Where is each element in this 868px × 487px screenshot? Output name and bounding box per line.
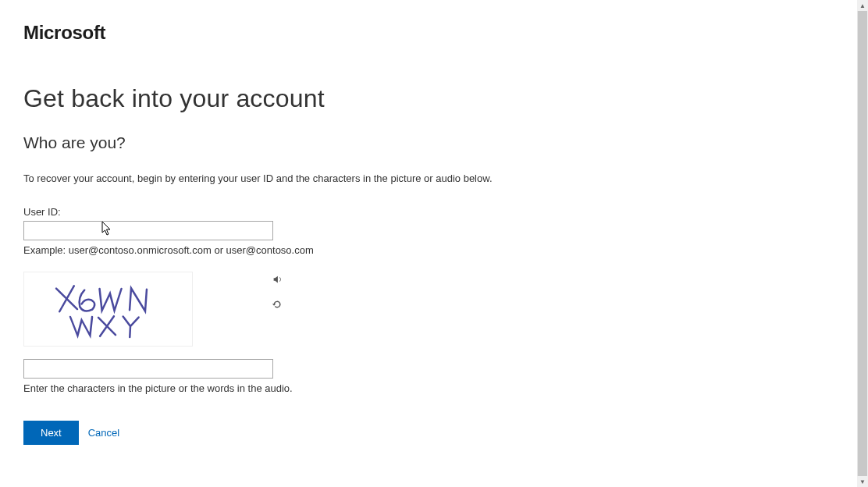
scrollbar[interactable]: ▲ ▼ bbox=[857, 0, 868, 487]
user-id-label: User ID: bbox=[23, 206, 834, 218]
next-button[interactable]: Next bbox=[23, 421, 79, 445]
scrollbar-thumb[interactable] bbox=[858, 11, 867, 476]
scroll-down-arrow[interactable]: ▼ bbox=[857, 476, 868, 487]
cancel-link[interactable]: Cancel bbox=[88, 427, 119, 439]
captcha-input[interactable] bbox=[23, 359, 273, 379]
scroll-up-arrow[interactable]: ▲ bbox=[857, 0, 868, 11]
page-title: Get back into your account bbox=[23, 84, 834, 113]
user-id-input[interactable] bbox=[23, 221, 273, 240]
brand-logo: Microsoft bbox=[23, 22, 834, 44]
refresh-icon[interactable] bbox=[271, 298, 283, 311]
instructions-text: To recover your account, begin by enteri… bbox=[23, 172, 834, 184]
captcha-hint: Enter the characters in the picture or t… bbox=[23, 382, 834, 394]
subtitle: Who are you? bbox=[23, 133, 834, 152]
speaker-icon[interactable] bbox=[271, 273, 283, 286]
user-id-hint: Example: user@contoso.onmicrosoft.com or… bbox=[23, 244, 834, 256]
captcha-image bbox=[23, 272, 193, 347]
